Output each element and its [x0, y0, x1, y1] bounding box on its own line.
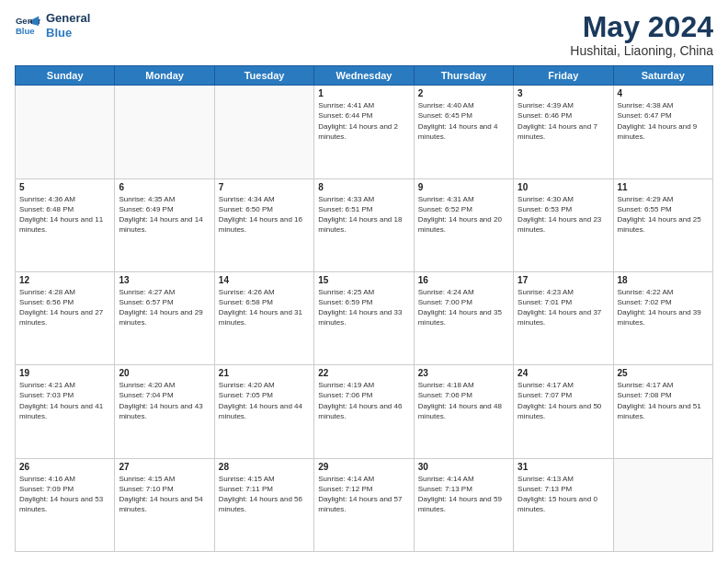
day-info: Sunrise: 4:15 AMSunset: 7:10 PMDaylight:… [119, 474, 210, 515]
day-number: 9 [418, 182, 509, 192]
day-info: Sunrise: 4:17 AMSunset: 7:07 PMDaylight:… [518, 380, 609, 421]
calendar-cell: 17Sunrise: 4:23 AMSunset: 7:01 PMDayligh… [514, 271, 613, 364]
calendar-cell: 24Sunrise: 4:17 AMSunset: 7:07 PMDayligh… [514, 365, 613, 458]
day-number: 21 [219, 368, 310, 378]
day-number: 7 [219, 182, 310, 192]
day-number: 18 [618, 275, 709, 285]
day-info: Sunrise: 4:22 AMSunset: 7:02 PMDaylight:… [618, 287, 709, 328]
calendar-cell: 15Sunrise: 4:25 AMSunset: 6:59 PMDayligh… [314, 271, 414, 364]
day-info: Sunrise: 4:20 AMSunset: 7:04 PMDaylight:… [119, 380, 210, 421]
day-number: 14 [219, 275, 310, 285]
day-number: 4 [618, 88, 709, 98]
day-number: 1 [318, 88, 409, 98]
day-number: 10 [518, 182, 609, 192]
day-info: Sunrise: 4:13 AMSunset: 7:13 PMDaylight:… [518, 474, 609, 515]
month-title: May 2024 [570, 11, 713, 43]
calendar-cell [115, 86, 214, 178]
day-info: Sunrise: 4:38 AMSunset: 6:47 PMDaylight:… [618, 100, 709, 142]
header: General Blue General Blue May 2024 Hushi… [15, 11, 713, 58]
day-number: 5 [19, 182, 110, 192]
title-block: May 2024 Hushitai, Liaoning, China [570, 11, 713, 58]
day-info: Sunrise: 4:28 AMSunset: 6:56 PMDaylight:… [19, 287, 110, 328]
logo-blue: Blue [46, 26, 90, 40]
calendar-cell [613, 458, 712, 551]
day-info: Sunrise: 4:24 AMSunset: 7:00 PMDaylight:… [418, 287, 509, 328]
calendar-cell: 3Sunrise: 4:39 AMSunset: 6:46 PMDaylight… [514, 86, 613, 178]
location-title: Hushitai, Liaoning, China [570, 43, 713, 58]
calendar-cell: 26Sunrise: 4:16 AMSunset: 7:09 PMDayligh… [16, 458, 115, 551]
calendar-cell: 1Sunrise: 4:41 AMSunset: 6:44 PMDaylight… [314, 86, 414, 178]
day-info: Sunrise: 4:17 AMSunset: 7:08 PMDaylight:… [618, 380, 709, 421]
day-number: 2 [418, 88, 509, 98]
day-number: 28 [219, 462, 310, 472]
day-info: Sunrise: 4:20 AMSunset: 7:05 PMDaylight:… [219, 380, 310, 421]
day-info: Sunrise: 4:14 AMSunset: 7:13 PMDaylight:… [418, 474, 509, 515]
calendar-cell: 31Sunrise: 4:13 AMSunset: 7:13 PMDayligh… [514, 458, 613, 551]
weekday-header: Monday [115, 66, 214, 86]
calendar-cell: 10Sunrise: 4:30 AMSunset: 6:53 PMDayligh… [514, 178, 613, 271]
day-number: 19 [19, 368, 110, 378]
day-info: Sunrise: 4:27 AMSunset: 6:57 PMDaylight:… [119, 287, 210, 328]
calendar-cell: 4Sunrise: 4:38 AMSunset: 6:47 PMDaylight… [613, 86, 712, 178]
calendar-cell: 19Sunrise: 4:21 AMSunset: 7:03 PMDayligh… [16, 365, 115, 458]
day-number: 11 [618, 182, 709, 192]
day-number: 20 [119, 368, 210, 378]
day-number: 8 [318, 182, 409, 192]
logo: General Blue General Blue [15, 11, 90, 40]
day-number: 13 [119, 275, 210, 285]
day-info: Sunrise: 4:15 AMSunset: 7:11 PMDaylight:… [219, 474, 310, 515]
weekday-header-row: SundayMondayTuesdayWednesdayThursdayFrid… [16, 66, 713, 86]
calendar-cell: 16Sunrise: 4:24 AMSunset: 7:00 PMDayligh… [414, 271, 513, 364]
calendar-cell: 9Sunrise: 4:31 AMSunset: 6:52 PMDaylight… [414, 178, 513, 271]
day-number: 22 [318, 368, 409, 378]
calendar-cell: 14Sunrise: 4:26 AMSunset: 6:58 PMDayligh… [214, 271, 313, 364]
calendar-cell: 2Sunrise: 4:40 AMSunset: 6:45 PMDaylight… [414, 86, 513, 178]
logo-icon: General Blue [15, 13, 40, 39]
calendar-cell: 23Sunrise: 4:18 AMSunset: 7:06 PMDayligh… [414, 365, 513, 458]
week-row: 19Sunrise: 4:21 AMSunset: 7:03 PMDayligh… [16, 365, 713, 458]
week-row: 12Sunrise: 4:28 AMSunset: 6:56 PMDayligh… [16, 271, 713, 364]
day-info: Sunrise: 4:31 AMSunset: 6:52 PMDaylight:… [418, 194, 509, 236]
calendar-cell: 18Sunrise: 4:22 AMSunset: 7:02 PMDayligh… [613, 271, 712, 364]
day-info: Sunrise: 4:14 AMSunset: 7:12 PMDaylight:… [318, 474, 409, 515]
day-info: Sunrise: 4:25 AMSunset: 6:59 PMDaylight:… [318, 287, 409, 328]
day-number: 27 [119, 462, 210, 472]
weekday-header: Tuesday [214, 66, 313, 86]
day-number: 29 [318, 462, 409, 472]
logo-general: General [46, 11, 90, 26]
day-number: 17 [518, 275, 609, 285]
day-info: Sunrise: 4:29 AMSunset: 6:55 PMDaylight:… [618, 194, 709, 236]
svg-text:Blue: Blue [16, 25, 35, 35]
calendar-cell: 12Sunrise: 4:28 AMSunset: 6:56 PMDayligh… [16, 271, 115, 364]
calendar-cell: 21Sunrise: 4:20 AMSunset: 7:05 PMDayligh… [214, 365, 313, 458]
week-row: 5Sunrise: 4:36 AMSunset: 6:48 PMDaylight… [16, 178, 713, 271]
day-number: 25 [618, 368, 709, 378]
weekday-header: Friday [514, 66, 613, 86]
calendar-cell: 20Sunrise: 4:20 AMSunset: 7:04 PMDayligh… [115, 365, 214, 458]
day-info: Sunrise: 4:35 AMSunset: 6:49 PMDaylight:… [119, 194, 210, 236]
weekday-header: Wednesday [314, 66, 414, 86]
calendar-table: SundayMondayTuesdayWednesdayThursdayFrid… [15, 65, 713, 552]
day-number: 16 [418, 275, 509, 285]
day-number: 30 [418, 462, 509, 472]
calendar-cell: 22Sunrise: 4:19 AMSunset: 7:06 PMDayligh… [314, 365, 414, 458]
day-number: 12 [19, 275, 110, 285]
day-number: 24 [518, 368, 609, 378]
day-info: Sunrise: 4:30 AMSunset: 6:53 PMDaylight:… [518, 194, 609, 236]
day-number: 3 [518, 88, 609, 98]
day-info: Sunrise: 4:19 AMSunset: 7:06 PMDaylight:… [318, 380, 409, 421]
day-info: Sunrise: 4:26 AMSunset: 6:58 PMDaylight:… [219, 287, 310, 328]
day-info: Sunrise: 4:21 AMSunset: 7:03 PMDaylight:… [19, 380, 110, 421]
day-number: 15 [318, 275, 409, 285]
day-info: Sunrise: 4:41 AMSunset: 6:44 PMDaylight:… [318, 100, 409, 142]
day-info: Sunrise: 4:40 AMSunset: 6:45 PMDaylight:… [418, 100, 509, 142]
calendar-cell: 7Sunrise: 4:34 AMSunset: 6:50 PMDaylight… [214, 178, 313, 271]
day-info: Sunrise: 4:16 AMSunset: 7:09 PMDaylight:… [19, 474, 110, 515]
calendar-cell: 5Sunrise: 4:36 AMSunset: 6:48 PMDaylight… [16, 178, 115, 271]
day-number: 31 [518, 462, 609, 472]
calendar-cell: 28Sunrise: 4:15 AMSunset: 7:11 PMDayligh… [214, 458, 313, 551]
day-info: Sunrise: 4:34 AMSunset: 6:50 PMDaylight:… [219, 194, 310, 236]
calendar-cell: 27Sunrise: 4:15 AMSunset: 7:10 PMDayligh… [115, 458, 214, 551]
calendar-cell [214, 86, 313, 178]
weekday-header: Thursday [414, 66, 513, 86]
